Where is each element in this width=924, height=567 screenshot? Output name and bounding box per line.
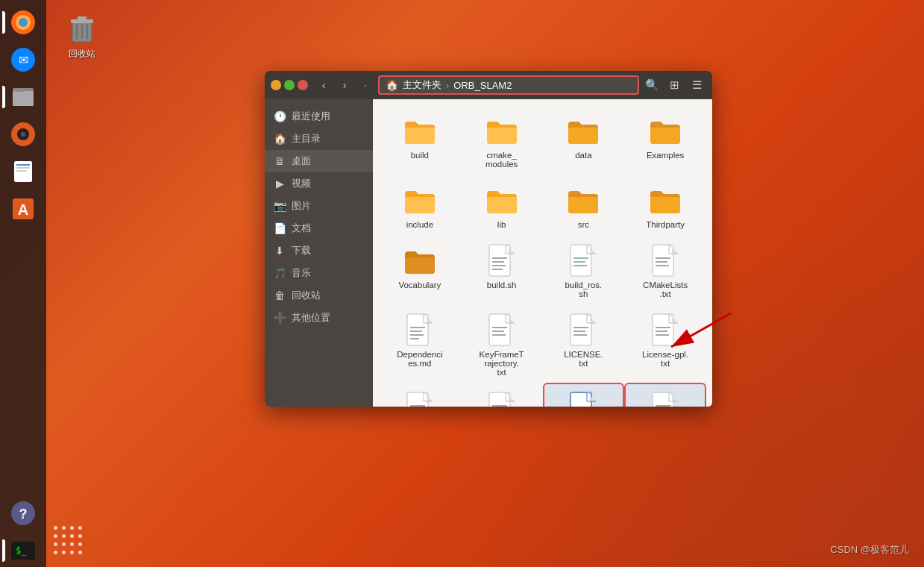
file-content: build cmake_modules data bbox=[373, 99, 712, 407]
nav-back-button[interactable]: ‹ bbox=[314, 75, 333, 95]
folder-icon-src bbox=[565, 182, 601, 218]
file-label-keyframe: KeyFrameTrajectory.txt bbox=[465, 350, 538, 377]
file-item-build-ros-sh[interactable]: build_ros.sh bbox=[544, 236, 623, 303]
sidebar-item-home[interactable]: 🏠 主目录 bbox=[265, 128, 373, 150]
taskbar-writer[interactable] bbox=[7, 155, 40, 188]
folder-icon-cmake bbox=[484, 113, 520, 148]
file-item-test[interactable]: test bbox=[462, 384, 541, 407]
svg-rect-40 bbox=[407, 314, 428, 345]
recent-icon: 🕐 bbox=[274, 110, 286, 122]
svg-rect-36 bbox=[653, 245, 673, 276]
svg-point-2 bbox=[19, 18, 28, 27]
recycle-bin-desktop[interactable]: 回收站 bbox=[56, 7, 108, 63]
svg-rect-6 bbox=[13, 91, 34, 106]
file-item-build[interactable]: build bbox=[380, 107, 459, 173]
sidebar-item-downloads[interactable]: ⬇ 下载 bbox=[265, 239, 373, 262]
svg-text:?: ? bbox=[19, 507, 28, 521]
file-item-lib[interactable]: lib bbox=[462, 176, 541, 234]
minimize-button[interactable] bbox=[271, 80, 281, 90]
sidebar-item-documents[interactable]: 📄 文档 bbox=[265, 217, 373, 239]
doc-icon-build-ros bbox=[565, 242, 601, 278]
search-button[interactable]: 🔍 bbox=[642, 75, 661, 95]
plus-icon: ➕ bbox=[274, 312, 286, 324]
taskbar-music[interactable] bbox=[7, 118, 40, 151]
svg-rect-69 bbox=[653, 392, 673, 407]
home-icon: 🏠 bbox=[274, 133, 286, 145]
svg-rect-13 bbox=[16, 167, 30, 169]
file-item-examples[interactable]: Examples bbox=[626, 107, 705, 173]
path-bar[interactable]: 🏠 主文件夹 › ORB_SLAM2 bbox=[378, 75, 639, 95]
file-label-cmake: cmake_modules bbox=[465, 151, 538, 169]
path-home: 主文件夹 bbox=[403, 78, 441, 92]
sidebar-label-photos: 图片 bbox=[292, 199, 311, 213]
file-label-build-ros-sh: build_ros.sh bbox=[547, 281, 620, 298]
file-item-cmakelists[interactable]: CMakeLists.txt bbox=[626, 236, 705, 303]
svg-rect-14 bbox=[16, 170, 27, 172]
doc-icon-test-cpp: C++ bbox=[565, 390, 601, 407]
taskbar-files[interactable] bbox=[7, 81, 40, 113]
file-item-license[interactable]: LICENSE.txt bbox=[544, 306, 623, 381]
svg-rect-49 bbox=[571, 314, 591, 345]
taskbar-impress[interactable]: A bbox=[7, 192, 40, 225]
file-item-data[interactable]: data bbox=[544, 107, 623, 173]
recycle-bin-label: 回收站 bbox=[69, 48, 95, 60]
svg-rect-23 bbox=[78, 16, 87, 20]
documents-icon: 📄 bbox=[274, 222, 286, 234]
folder-icon-data bbox=[565, 113, 601, 148]
folder-icon-examples bbox=[647, 113, 683, 148]
file-item-thirdparty[interactable]: Thirdparty bbox=[626, 176, 705, 234]
photos-icon: 📷 bbox=[274, 200, 286, 212]
file-item-build-sh[interactable]: build.sh bbox=[462, 236, 541, 303]
svg-text:A: A bbox=[18, 201, 28, 218]
file-label-cmakelists: CMakeLists.txt bbox=[629, 281, 702, 298]
videos-icon: ▶ bbox=[274, 178, 286, 189]
view-toggle-button[interactable]: ⊞ bbox=[664, 75, 684, 95]
taskbar-thunderbird[interactable]: ✉ bbox=[7, 43, 40, 76]
file-grid: build cmake_modules data bbox=[380, 107, 705, 407]
taskbar-terminal[interactable]: $_ bbox=[7, 534, 40, 567]
sidebar-item-music[interactable]: 🎵 音乐 bbox=[265, 262, 373, 284]
sidebar-item-recent[interactable]: 🕐 最近使用 bbox=[265, 105, 373, 128]
sidebar-item-trash[interactable]: 🗑 回收站 bbox=[265, 284, 373, 307]
file-item-src[interactable]: src bbox=[544, 176, 623, 234]
sidebar-label-recent: 最近使用 bbox=[292, 110, 330, 123]
file-item-dependencies[interactable]: Dependencies.md bbox=[380, 306, 459, 381]
sidebar-item-desktop[interactable]: 🖥 桌面 bbox=[265, 150, 373, 172]
sidebar-label-home: 主目录 bbox=[292, 132, 321, 145]
menu-button[interactable]: ☰ bbox=[687, 75, 706, 95]
nav-up-button[interactable]: · bbox=[356, 75, 375, 95]
file-item-keyframe[interactable]: KeyFrameTrajectory.txt bbox=[462, 306, 541, 381]
doc-icon-readme bbox=[402, 390, 438, 407]
file-label-dependencies: Dependencies.md bbox=[383, 350, 456, 368]
sidebar-label-documents: 文档 bbox=[292, 222, 311, 235]
file-item-test-cpp[interactable]: C++ test.cpp bbox=[544, 384, 623, 407]
taskbar-help[interactable]: ? bbox=[7, 497, 40, 530]
file-item-test-yaml[interactable]: test.yaml bbox=[626, 384, 705, 407]
watermark: CSDN @极客范儿 bbox=[830, 543, 909, 557]
file-item-include[interactable]: include bbox=[380, 176, 459, 234]
nav-forward-button[interactable]: › bbox=[335, 75, 354, 95]
app-grid-button[interactable] bbox=[54, 526, 84, 557]
file-label-include: include bbox=[383, 220, 456, 229]
folder-icon-thirdparty bbox=[647, 182, 683, 218]
sidebar-label-videos: 视频 bbox=[292, 177, 311, 190]
file-item-readme[interactable]: README.md bbox=[380, 384, 459, 407]
file-item-vocabulary[interactable]: Vocabulary bbox=[380, 236, 459, 303]
sidebar-item-other[interactable]: ➕ 其他位置 bbox=[265, 307, 373, 329]
maximize-button[interactable] bbox=[284, 80, 295, 90]
svg-rect-45 bbox=[489, 314, 510, 345]
sidebar-item-videos[interactable]: ▶ 视频 bbox=[265, 172, 373, 195]
doc-icon-license bbox=[565, 312, 601, 348]
file-item-cmake[interactable]: cmake_modules bbox=[462, 107, 541, 173]
close-button[interactable] bbox=[298, 80, 308, 90]
titlebar: ‹ › · 🏠 主文件夹 › ORB_SLAM2 🔍 ⊞ ☰ bbox=[265, 71, 712, 99]
svg-rect-61 bbox=[489, 392, 510, 407]
sidebar-item-photos[interactable]: 📷 图片 bbox=[265, 195, 373, 217]
svg-text:✉: ✉ bbox=[19, 54, 28, 66]
nav-buttons: ‹ › · bbox=[314, 75, 375, 95]
taskbar-firefox[interactable] bbox=[7, 6, 40, 39]
svg-text:$_: $_ bbox=[16, 545, 27, 556]
file-label-vocabulary: Vocabulary bbox=[383, 281, 456, 289]
file-item-license-gpl[interactable]: License-gpl.txt bbox=[626, 306, 705, 381]
svg-point-10 bbox=[21, 132, 25, 137]
